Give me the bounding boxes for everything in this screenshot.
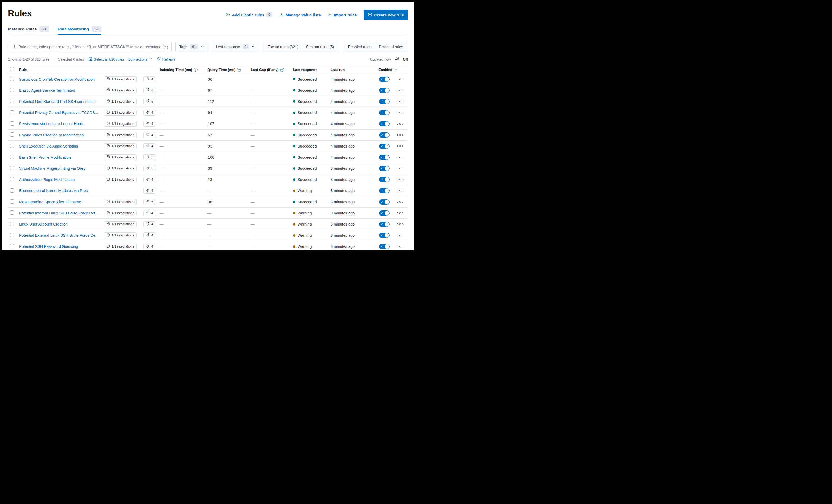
row-actions-button[interactable] (397, 168, 404, 169)
tags-filter-button[interactable]: Tags 61 (175, 42, 208, 52)
enabled-toggle[interactable] (379, 221, 390, 227)
row-actions-button[interactable] (397, 212, 404, 214)
disabled-rules-filter[interactable]: Disabled rules (379, 45, 403, 49)
enabled-toggle[interactable] (379, 177, 390, 182)
rule-name-link[interactable]: Enumeration of Kernel Modules via Proc (19, 189, 104, 193)
row-actions-button[interactable] (397, 134, 404, 136)
row-checkbox[interactable] (10, 110, 14, 114)
rule-name-link[interactable]: Emond Rules Creation or Modification (19, 133, 104, 137)
select-all-checkbox[interactable] (10, 67, 14, 71)
row-actions-button[interactable] (397, 246, 404, 247)
rule-name-link[interactable]: Potential Non-Standard Port SSH connecti… (19, 100, 104, 104)
tags-badge[interactable]: 4 (144, 121, 156, 127)
tags-badge[interactable]: 4 (144, 188, 156, 193)
row-checkbox[interactable] (10, 99, 14, 103)
enabled-rules-filter[interactable]: Enabled rules (348, 45, 371, 49)
row-checkbox[interactable] (10, 88, 14, 92)
row-checkbox[interactable] (10, 122, 14, 126)
tags-badge[interactable]: 5 (144, 199, 156, 205)
row-actions-button[interactable] (397, 190, 404, 192)
column-header-last-response[interactable]: Last response (291, 68, 329, 72)
enabled-toggle[interactable] (379, 188, 390, 193)
custom-rules-filter[interactable]: Custom rules (5) (306, 45, 334, 49)
row-actions-button[interactable] (397, 201, 404, 203)
tab-installed-rules[interactable]: Installed Rules 826 (8, 26, 49, 35)
enabled-toggle[interactable] (379, 77, 390, 82)
rule-name-link[interactable]: Potential External Linux SSH Brute Force… (19, 233, 104, 237)
tags-badge[interactable]: 4 (144, 210, 156, 216)
help-icon[interactable]: ? (194, 68, 198, 72)
row-actions-button[interactable] (397, 112, 404, 113)
integrations-badge[interactable]: 1/1 integrations (104, 154, 137, 160)
row-actions-button[interactable] (397, 179, 404, 181)
last-response-filter-button[interactable]: Last response 3 (212, 42, 259, 52)
row-checkbox[interactable] (10, 244, 14, 248)
row-actions-button[interactable] (397, 235, 404, 236)
integrations-badge[interactable]: 1/1 integrations (104, 76, 137, 82)
enabled-toggle[interactable] (379, 88, 390, 93)
enabled-toggle[interactable] (379, 99, 390, 104)
tags-badge[interactable]: 4 (144, 221, 156, 227)
refresh-button[interactable]: Refresh (157, 57, 175, 62)
row-actions-button[interactable] (397, 101, 404, 102)
select-all-button[interactable]: Select all 826 rules (88, 57, 124, 62)
enabled-toggle[interactable] (379, 211, 390, 216)
enabled-toggle[interactable] (379, 121, 390, 126)
row-checkbox[interactable] (10, 143, 14, 148)
integrations-badge[interactable]: 1/1 integrations (104, 177, 137, 182)
rule-name-link[interactable]: Masquerading Space After Filename (19, 200, 104, 204)
rule-name-link[interactable]: Virtual Machine Fingerprinting via Grep (19, 166, 104, 170)
rule-name-link[interactable]: Suspicious CronTab Creation or Modificat… (19, 77, 104, 81)
row-actions-button[interactable] (397, 123, 404, 125)
row-checkbox[interactable] (10, 166, 14, 170)
rule-name-link[interactable]: Linux User Account Creation (19, 222, 104, 227)
row-actions-button[interactable] (397, 79, 404, 80)
rule-name-link[interactable]: Shell Execution via Apple Scripting (19, 144, 104, 148)
row-actions-button[interactable] (397, 145, 404, 147)
enabled-toggle[interactable] (379, 132, 390, 138)
add-elastic-rules-button[interactable]: Add Elastic rules 9 (226, 12, 272, 18)
integrations-badge[interactable]: 1/1 integrations (104, 243, 137, 249)
rule-name-link[interactable]: Authorization Plugin Modification (19, 178, 104, 182)
enabled-toggle[interactable] (379, 200, 390, 205)
tags-badge[interactable]: 6 (144, 87, 156, 94)
tags-badge[interactable]: 5 (144, 99, 156, 104)
integrations-badge[interactable]: 1/1 integrations (104, 210, 137, 216)
manage-value-lists-button[interactable]: Manage value lists (279, 12, 321, 18)
rule-name-link[interactable]: Persistence via Login or Logout Hook (19, 122, 104, 126)
integrations-badge[interactable]: 1/1 integrations (104, 199, 137, 205)
search-input[interactable] (18, 45, 168, 49)
rule-name-link[interactable]: Elastic Agent Service Terminated (19, 88, 104, 92)
integrations-badge[interactable]: 1/1 integrations (104, 87, 137, 94)
row-checkbox[interactable] (10, 155, 14, 159)
row-checkbox[interactable] (10, 222, 14, 226)
integrations-badge[interactable]: 1/1 integrations (104, 132, 137, 138)
row-checkbox[interactable] (10, 233, 14, 237)
enabled-toggle[interactable] (379, 110, 390, 115)
enabled-toggle[interactable] (379, 244, 390, 249)
help-icon[interactable]: ? (237, 68, 241, 72)
tab-rule-monitoring[interactable]: Rule Monitoring 826 (58, 26, 101, 35)
create-new-rule-button[interactable]: Create new rule (364, 9, 408, 20)
row-checkbox[interactable] (10, 77, 14, 81)
help-icon[interactable]: ? (280, 68, 284, 72)
tags-badge[interactable]: 5 (144, 165, 156, 171)
row-checkbox[interactable] (10, 177, 14, 181)
column-header-enabled[interactable]: Enabled (377, 68, 408, 72)
row-actions-button[interactable] (397, 157, 404, 158)
row-actions-button[interactable] (397, 90, 404, 91)
tags-badge[interactable]: 4 (144, 143, 156, 149)
row-actions-button[interactable] (397, 223, 404, 225)
auto-refresh-toggle[interactable]: On (403, 57, 408, 61)
enabled-toggle[interactable] (379, 143, 390, 149)
integrations-badge[interactable]: 1/1 integrations (104, 221, 137, 227)
column-header-query-time[interactable]: Query Time (ms)? (206, 68, 249, 72)
integrations-badge[interactable]: 1/1 integrations (104, 99, 137, 104)
enabled-toggle[interactable] (379, 233, 390, 238)
rule-name-link[interactable]: Potential SSH Password Guessing (19, 244, 104, 248)
enabled-toggle[interactable] (379, 166, 390, 171)
tags-badge[interactable]: 4 (144, 132, 156, 138)
column-header-last-gap[interactable]: Last Gap (if any)? (249, 68, 291, 72)
integrations-badge[interactable]: 1/1 integrations (104, 110, 137, 115)
tags-badge[interactable]: 4 (144, 76, 156, 82)
